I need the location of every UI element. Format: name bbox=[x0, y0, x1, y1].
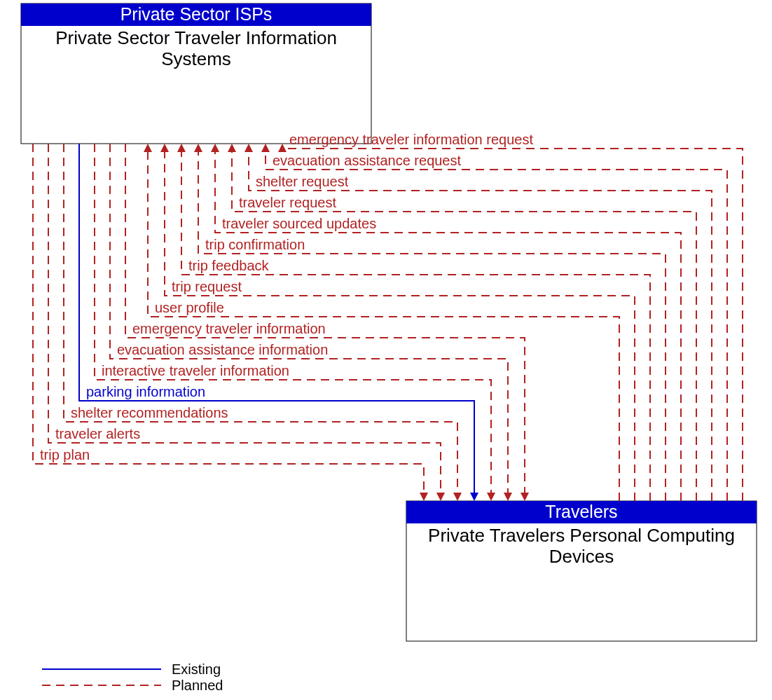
flow-label: traveler sourced updates bbox=[222, 216, 376, 231]
entity-bottom-header: Travelers bbox=[545, 502, 617, 521]
flow-label: emergency traveler information bbox=[132, 321, 326, 336]
flow-label: trip feedback bbox=[188, 258, 270, 273]
entity-private-sector-isps: Private Sector ISPs Private Sector Trave… bbox=[21, 4, 371, 144]
flow-label: evacuation assistance request bbox=[273, 153, 461, 168]
legend-label-existing: Existing bbox=[172, 661, 221, 677]
entity-top-body-line2: Systems bbox=[161, 48, 231, 69]
flow-label: user profile bbox=[155, 300, 224, 315]
entity-bottom-body-line2: Devices bbox=[549, 546, 614, 567]
flow-label: trip plan bbox=[40, 447, 90, 462]
flow-line bbox=[282, 148, 743, 501]
entity-top-body-line1: Private Sector Traveler Information bbox=[55, 27, 337, 48]
architecture-diagram: Private Sector ISPs Private Sector Trave… bbox=[0, 0, 772, 700]
entity-bottom-body-line1: Private Travelers Personal Computing bbox=[428, 525, 735, 546]
flow-label: traveler alerts bbox=[55, 426, 140, 441]
entity-top-header: Private Sector ISPs bbox=[120, 4, 273, 24]
flow-label: parking information bbox=[86, 384, 205, 399]
flow-label: shelter request bbox=[256, 174, 349, 189]
flow-line bbox=[33, 144, 424, 497]
legend-label-planned: Planned bbox=[172, 678, 223, 693]
flow-label: evacuation assistance information bbox=[117, 342, 328, 357]
flow-label: traveler request bbox=[239, 195, 336, 210]
flow-label: trip request bbox=[172, 279, 242, 294]
flow-label: interactive traveler information bbox=[102, 363, 289, 378]
flows-group: trip plantraveler alertsshelter recommen… bbox=[33, 132, 743, 501]
legend: Existing Planned bbox=[42, 661, 223, 693]
flow-label: trip confirmation bbox=[205, 237, 305, 252]
flow-label: emergency traveler information request bbox=[289, 132, 533, 147]
flow-label: shelter recommendations bbox=[71, 405, 228, 420]
entity-travelers: Travelers Private Travelers Personal Com… bbox=[406, 501, 757, 641]
